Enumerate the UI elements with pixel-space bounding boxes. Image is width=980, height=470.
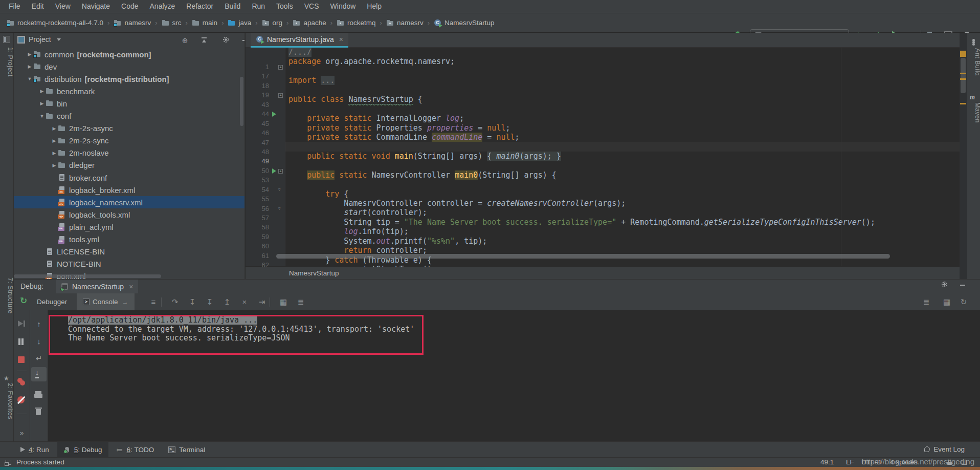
run-line-icon[interactable]: [272, 168, 276, 174]
tree-expanded-icon[interactable]: ▼: [38, 114, 46, 119]
line-number-60[interactable]: 60: [246, 242, 269, 251]
tree-collapsed-icon[interactable]: ▶: [51, 138, 58, 143]
step-over-icon[interactable]: ↷: [169, 297, 181, 307]
line-number-45[interactable]: 45: [246, 119, 269, 129]
locate-file-icon[interactable]: ⊕: [181, 36, 189, 45]
close-icon[interactable]: ×: [339, 35, 343, 44]
tree-collapsed-icon[interactable]: ▶: [38, 89, 46, 94]
menu-view[interactable]: View: [50, 0, 76, 13]
line-number-56[interactable]: 56: [246, 204, 269, 213]
stripe-mark[interactable]: [960, 78, 966, 80]
breadcrumb-item-main[interactable]: main: [190, 18, 219, 28]
tree-expanded-icon[interactable]: ▼: [26, 76, 33, 81]
line-number-18[interactable]: 18: [246, 81, 269, 91]
line-number-59[interactable]: 59: [246, 232, 269, 242]
line-separator-widget[interactable]: LF: [846, 458, 854, 467]
soft-wrap-icon[interactable]: ↵: [33, 354, 44, 363]
code-line-60[interactable]: log.info(tip);: [285, 227, 409, 236]
tree-item-license-bin[interactable]: LICENSE-BIN: [14, 246, 245, 258]
menu-icon[interactable]: ≡: [148, 297, 159, 307]
tree-horizontal-scrollbar[interactable]: [14, 274, 161, 278]
line-number-43[interactable]: 43: [246, 100, 269, 110]
tree-item-bin[interactable]: ▶bin: [14, 97, 245, 110]
tree-collapsed-icon[interactable]: ▶: [26, 52, 33, 57]
line-number-50[interactable]: 50: [246, 166, 269, 176]
stop-process-button[interactable]: [16, 355, 28, 366]
line-number-49[interactable]: 49: [246, 157, 269, 166]
scroll-to-end-button[interactable]: ↓: [31, 367, 47, 381]
menu-build[interactable]: Build: [219, 0, 246, 13]
tree-item-conf[interactable]: ▼conf: [14, 110, 245, 122]
line-number-44[interactable]: 44: [246, 110, 269, 119]
tree-vertical-scrollbar[interactable]: [240, 77, 243, 126]
editor-gutter[interactable]: 1+171819+4344454647484950+5354▿5556▿5758…: [246, 48, 285, 266]
event-log-button[interactable]: Event Log: [924, 441, 965, 457]
debug-session-tab[interactable]: NamesrvStartup ×: [56, 280, 138, 293]
tree-collapsed-icon[interactable]: ▶: [38, 101, 46, 106]
tree-item-common[interactable]: ▶common[rocketmq-common]: [14, 48, 245, 60]
code-line-1[interactable]: /.../: [285, 48, 311, 57]
mute-breakpoints-button[interactable]: [16, 395, 28, 407]
breadcrumb-item-org[interactable]: org: [260, 18, 284, 28]
menu-analyze[interactable]: Analyze: [144, 0, 181, 13]
print-icon[interactable]: [34, 390, 45, 401]
fold-plus-icon[interactable]: +: [278, 93, 283, 98]
editor-tab-namesrvstartup[interactable]: C NamesrvStartup.java ×: [251, 33, 348, 48]
evaluate-icon[interactable]: ▦: [278, 297, 289, 307]
settings-gear-icon[interactable]: [221, 36, 230, 45]
editor-scrollbar-thumb[interactable]: [961, 58, 966, 93]
line-number-58[interactable]: 58: [246, 223, 269, 232]
breadcrumb-item-namesrv[interactable]: namesrv: [112, 18, 152, 28]
run-to-cursor-icon[interactable]: ⇥: [256, 297, 268, 307]
tree-item-notice-bin[interactable]: NOTICE-BIN: [14, 258, 245, 270]
code-line-54[interactable]: public static NamesrvController main0(St…: [285, 170, 556, 180]
breadcrumb-item-apache[interactable]: apache: [291, 18, 327, 28]
line-number-55[interactable]: 55: [246, 195, 269, 204]
editor-breadcrumbs[interactable]: NamesrvStartup: [246, 267, 960, 279]
code-line-19[interactable]: import ...: [285, 76, 335, 85]
fold-plus-icon[interactable]: +: [278, 169, 283, 174]
line-number-54[interactable]: 54: [246, 185, 269, 195]
view-breakpoints-button[interactable]: [16, 377, 28, 388]
tree-item-tools.yml[interactable]: YMLtools.yml: [14, 233, 245, 246]
rerun-icon[interactable]: ↻: [18, 296, 29, 306]
layout-settings-icon[interactable]: ≣: [921, 297, 932, 307]
line-number-48[interactable]: 48: [246, 147, 269, 157]
fold-open-icon[interactable]: ▿: [278, 187, 281, 192]
tree-item-benchmark[interactable]: ▶benchmark: [14, 85, 245, 97]
tool-window-button-structure[interactable]: 7: Structure: [0, 277, 14, 314]
code-line-46[interactable]: private static InternalLogger log;: [285, 114, 464, 123]
debug-tab-console[interactable]: >Console→: [77, 293, 135, 310]
tree-collapsed-icon[interactable]: ▶: [26, 64, 33, 69]
menu-vcs[interactable]: VCS: [299, 0, 325, 13]
tree-item-distribution[interactable]: ▼distribution[rocketmq-distribution]: [14, 73, 245, 85]
project-panel-title[interactable]: Project: [29, 35, 51, 44]
project-stripe-icon[interactable]: [3, 36, 10, 43]
force-step-into-icon[interactable]: ↧: [204, 297, 215, 307]
line-number-17[interactable]: 17: [246, 72, 269, 81]
tree-item-plain_acl.yml[interactable]: YMLplain_acl.yml: [14, 221, 245, 233]
menu-refactor[interactable]: Refactor: [181, 0, 219, 13]
tree-item-2m-2s-async[interactable]: ▶2m-2s-async: [14, 122, 245, 135]
tree-collapsed-icon[interactable]: ▶: [51, 126, 58, 131]
menu-file[interactable]: File: [3, 0, 26, 13]
code-line-58[interactable]: start(controller);: [285, 208, 427, 217]
pause-button[interactable]: [16, 337, 28, 348]
chevron-down-icon[interactable]: [57, 38, 61, 41]
tool-window-button-maven[interactable]: Maven: [967, 102, 980, 123]
run-line-icon[interactable]: [272, 112, 276, 117]
tool-window-button-ant-build[interactable]: Ant Build: [967, 48, 980, 76]
tree-item-2m-2s-sync[interactable]: ▶2m-2s-sync: [14, 135, 245, 147]
line-number-53[interactable]: 53: [246, 176, 269, 185]
menu-run[interactable]: Run: [246, 0, 271, 13]
debug-tab-debugger[interactable]: Debugger: [31, 293, 73, 310]
line-number-19[interactable]: 19: [246, 91, 269, 100]
menu-help[interactable]: Help: [361, 0, 387, 13]
code-line-44[interactable]: public class NamesrvStartup {: [285, 95, 422, 104]
up-stack-trace-icon[interactable]: ↑: [33, 319, 44, 328]
step-out-icon[interactable]: ↥: [221, 297, 233, 307]
menu-window[interactable]: Window: [325, 0, 362, 13]
code-line-17[interactable]: package org.apache.rocketmq.namesrv;: [285, 57, 455, 66]
more-icons-chevron[interactable]: »: [20, 429, 24, 437]
fold-plus-icon[interactable]: +: [278, 65, 283, 70]
